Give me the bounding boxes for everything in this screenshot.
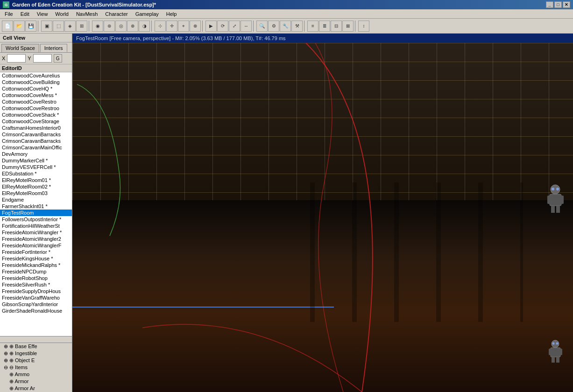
tb-btn-15[interactable]: ⟳ xyxy=(217,21,228,32)
tb-btn-4[interactable]: ⊞ xyxy=(76,21,87,32)
cell-list-item[interactable]: FogTestRoom xyxy=(0,210,72,216)
tree-leaf-armor-ar[interactable]: ⊕ Armor Ar xyxy=(0,385,72,392)
tab-worldspace[interactable]: World Space xyxy=(1,44,39,52)
menu-character[interactable]: Character xyxy=(101,10,131,18)
tb-btn-24[interactable]: ⊟ xyxy=(331,21,342,32)
new-button[interactable]: 📄 xyxy=(2,21,13,32)
tree-node-base-effe[interactable]: ⊕ Base Effe xyxy=(0,343,72,350)
cell-list-item[interactable]: FreesideAtomicWrangler2 xyxy=(0,236,72,242)
tb-btn-5[interactable]: ◉ xyxy=(92,21,103,32)
menu-world[interactable]: World xyxy=(51,10,72,18)
open-button[interactable]: 📂 xyxy=(14,21,25,32)
svg-point-16 xyxy=(556,343,559,345)
tree-leaf-ammo[interactable]: ⊕ Ammo xyxy=(0,371,72,378)
cell-list-item[interactable]: FortificationHillWeatherSt xyxy=(0,223,72,229)
menu-edit[interactable]: Edit xyxy=(17,10,33,18)
x-input[interactable] xyxy=(7,54,26,63)
tree-node-ingestible[interactable]: ⊕ Ingestible xyxy=(0,350,72,357)
tb-btn-7[interactable]: ◎ xyxy=(115,21,127,32)
cell-list-item[interactable]: CottonwoodCoveHQ * xyxy=(0,85,72,92)
cell-list-item[interactable]: FreesideNPCDump xyxy=(0,268,72,275)
cell-list-item[interactable]: CottonwoodCoveAurelius xyxy=(0,72,72,79)
ceiling xyxy=(72,43,573,200)
cell-list-item[interactable]: ElReyMotelRoom01 * xyxy=(0,177,72,183)
cell-list-item[interactable]: FreesideAtomicWrangler * xyxy=(0,229,72,236)
cell-list-item[interactable]: FreesideRobotShop xyxy=(0,275,72,281)
cell-list-item[interactable]: CottonwoodCoveRestro xyxy=(0,98,72,105)
cell-list-item[interactable]: GirderShadeRonaldHouse xyxy=(0,308,72,314)
menu-help[interactable]: Help xyxy=(163,10,181,18)
cell-list-item[interactable]: ElReyMotelRoom03 xyxy=(0,190,72,196)
close-button[interactable]: ✕ xyxy=(563,1,570,8)
tb-btn-10[interactable]: ⊹ xyxy=(155,21,166,32)
tb-btn-19[interactable]: ⚙ xyxy=(268,21,279,32)
minimize-button[interactable]: _ xyxy=(546,1,553,8)
cell-list-item[interactable]: EDSubstation * xyxy=(0,170,72,177)
cell-list-item[interactable]: DevArmory xyxy=(0,151,72,157)
tb-btn-16[interactable]: ⤢ xyxy=(229,21,240,32)
cell-list-item[interactable]: FreesideVanGraffWareho xyxy=(0,294,72,301)
cell-list-item[interactable]: FreesideAtomicWranglerF xyxy=(0,242,72,249)
cell-list-item[interactable]: DummyMarkerCell * xyxy=(0,157,72,164)
tb-btn-25[interactable]: ⊠ xyxy=(342,21,354,32)
horizontal-scrollbar[interactable] xyxy=(0,336,72,343)
save-button[interactable]: 💾 xyxy=(25,21,36,32)
menu-file[interactable]: File xyxy=(1,10,17,18)
cell-list-item[interactable]: CottonwoodCoveRestroo xyxy=(0,105,72,112)
cell-list-item[interactable]: FollowersOutpostInterior * xyxy=(0,216,72,223)
viewport-canvas[interactable] xyxy=(72,43,573,392)
cell-list-item[interactable]: GibsonScrapYardInterior xyxy=(0,301,72,308)
cell-list-item[interactable]: Endgame xyxy=(0,196,72,203)
svg-rect-14 xyxy=(556,357,559,363)
menu-view[interactable]: View xyxy=(33,10,52,18)
tb-btn-9[interactable]: ◑ xyxy=(139,21,150,32)
tb-btn-11[interactable]: ✛ xyxy=(166,21,177,32)
cell-list-item[interactable]: CrimsonCaravanBarracks xyxy=(0,131,72,138)
tb-btn-8[interactable]: ⊕ xyxy=(127,21,138,32)
cell-list-item[interactable]: DummyVESVEFRCell * xyxy=(0,164,72,170)
viewport-title-bar: FogTestRoom [Free camera, perspective] -… xyxy=(72,34,573,43)
tb-btn-23[interactable]: ≣ xyxy=(319,21,330,32)
cell-list[interactable]: CottonwoodCoveAureliusCottonwoodCoveBuil… xyxy=(0,72,72,336)
cell-list-item[interactable]: ElReyMotelRoom02 * xyxy=(0,183,72,190)
cell-view-title: Cell View xyxy=(0,34,72,42)
menu-gameplay[interactable]: Gameplay xyxy=(132,10,163,18)
tb-btn-17[interactable]: ↔ xyxy=(241,21,252,32)
tab-interiors[interactable]: Interiors xyxy=(40,44,67,52)
viewport[interactable]: FogTestRoom [Free camera, perspective] -… xyxy=(72,34,573,392)
cell-list-item[interactable]: FreesideSupplyDropHous xyxy=(0,288,72,294)
cell-list-item[interactable]: FarmerShackInt01 * xyxy=(0,203,72,210)
tb-btn-3[interactable]: ◈ xyxy=(64,21,76,32)
go-button[interactable]: G xyxy=(54,54,62,63)
cell-list-item[interactable]: FreesideMickandRalphs * xyxy=(0,262,72,268)
tb-btn-2[interactable]: ⬚ xyxy=(53,21,64,32)
cell-list-item[interactable]: CraftsmanHomesInterior0 xyxy=(0,125,72,131)
cell-list-item[interactable]: CottonwoodCoveBuilding xyxy=(0,79,72,85)
tb-btn-26[interactable]: ↕ xyxy=(358,21,369,32)
tb-btn-21[interactable]: ⚒ xyxy=(291,21,303,32)
tree-node-items[interactable]: ⊖ Items xyxy=(0,364,72,371)
cell-list-item[interactable]: FreesideSilverRush * xyxy=(0,281,72,288)
cell-list-item[interactable]: FreesideFortInterior * xyxy=(0,249,72,255)
tb-btn-13[interactable]: ⊗ xyxy=(190,21,201,32)
cell-list-item[interactable]: FreesideKingsHouse * xyxy=(0,255,72,262)
cell-list-item[interactable]: CrimsonCaravanMainOffic xyxy=(0,144,72,151)
tb-btn-18[interactable]: 🔍 xyxy=(256,21,268,32)
cell-list-item[interactable]: CottonwoodCoveShack * xyxy=(0,112,72,118)
cell-list-item[interactable]: CottonwoodCoveStorage xyxy=(0,118,72,125)
tb-btn-20[interactable]: 🔧 xyxy=(280,21,291,32)
menu-navmesh[interactable]: NavMesh xyxy=(72,10,101,18)
tb-btn-22[interactable]: ≡ xyxy=(307,21,318,32)
tb-btn-12[interactable]: ⌖ xyxy=(178,21,189,32)
cell-list-item[interactable]: CottonwoodCoveMess * xyxy=(0,92,72,98)
svg-rect-12 xyxy=(559,349,562,355)
maximize-button[interactable]: □ xyxy=(554,1,562,8)
tb-btn-14[interactable]: ▶ xyxy=(205,21,217,32)
title-bar-icon: G xyxy=(3,1,9,8)
tree-leaf-armor[interactable]: ⊕ Armor xyxy=(0,378,72,385)
y-input[interactable] xyxy=(33,54,52,63)
cell-list-item[interactable]: CrimsonCaravanBarracks xyxy=(0,138,72,144)
tb-btn-6[interactable]: ⊛ xyxy=(104,21,115,32)
tree-node-object-e[interactable]: ⊕ Object E xyxy=(0,357,72,364)
tb-btn-1[interactable]: ▣ xyxy=(41,21,52,32)
